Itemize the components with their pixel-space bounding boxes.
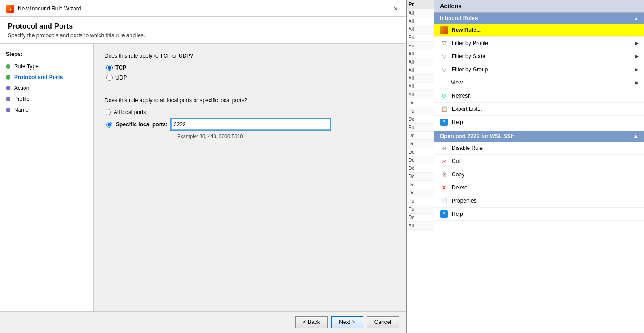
selected-rule-chevron: ▲ — [633, 133, 639, 139]
table-row: All — [407, 66, 434, 75]
wizard-dialog: 🔥 New Inbound Rule Wizard × Protocol and… — [0, 0, 407, 333]
rule-actions-list: ⊖ Disable Rule ✂ Cut ⎘ Copy ✕ Delete — [434, 142, 644, 221]
help-top-icon: ? — [440, 118, 448, 126]
wizard-title-text: New Inbound Rule Wizard — [18, 5, 81, 12]
cut-action[interactable]: ✂ Cut — [434, 155, 644, 168]
table-row: Pu — [407, 205, 434, 214]
table-row: Do — [407, 214, 434, 222]
table-row: All — [407, 91, 434, 99]
inbound-rules-section-header[interactable]: Inbound Rules ▲ — [434, 13, 644, 24]
port-number-input[interactable] — [171, 119, 330, 130]
step-label-protocol: Protocol and Ports — [14, 74, 63, 80]
wizard-titlebar: 🔥 New Inbound Rule Wizard × — [0, 0, 406, 17]
table-row: Pu — [407, 124, 434, 132]
table-row: All — [407, 83, 434, 91]
export-icon: 📋 — [440, 105, 448, 113]
actions-panel-title: Actions — [434, 0, 644, 13]
selected-rule-label: Open port 2222 for WSL SSH — [440, 133, 514, 139]
specific-ports-radio[interactable] — [106, 122, 112, 128]
table-row: Do — [407, 156, 434, 164]
tcp-radio-item: TCP — [106, 65, 395, 71]
filter-state-label: Filter by State — [452, 53, 632, 60]
udp-radio[interactable] — [106, 75, 113, 81]
step-dot-rule-type — [6, 64, 10, 69]
question2-label: Does this rule apply to all local ports … — [105, 97, 395, 104]
help-bottom-action[interactable]: ? Help — [434, 208, 644, 221]
disable-rule-label: Disable Rule — [452, 145, 639, 151]
step-action: Action — [0, 83, 93, 94]
udp-radio-item: UDP — [106, 75, 395, 81]
inbound-rules-actions-list: New Rule... ▽ Filter by Profile ▽ Filter… — [434, 24, 644, 129]
step-dot-action — [6, 86, 10, 90]
delete-action[interactable]: ✕ Delete — [434, 181, 644, 194]
filter-profile-label: Filter by Profile — [452, 40, 632, 46]
step-label-name: Name — [14, 107, 29, 113]
new-rule-action[interactable]: New Rule... — [434, 24, 644, 37]
step-rule-type: Rule Type — [0, 61, 93, 72]
all-ports-radio-item: All local ports — [105, 109, 395, 115]
step-dot-protocol — [6, 75, 10, 80]
refresh-label: Refresh — [452, 93, 639, 99]
table-row: Pu — [407, 197, 434, 205]
view-action[interactable]: View — [434, 76, 644, 89]
table-header: Pr — [407, 0, 434, 9]
copy-action[interactable]: ⎘ Copy — [434, 168, 644, 181]
titlebar-left: 🔥 New Inbound Rule Wizard — [6, 5, 81, 13]
table-row: All — [407, 75, 434, 83]
filter-profile-icon: ▽ — [440, 39, 448, 47]
page-description: Specify the protocols and ports to which… — [8, 32, 399, 39]
view-label: View — [451, 80, 632, 86]
step-name: Name — [0, 104, 93, 115]
filter-group-action[interactable]: ▽ Filter by Group — [434, 63, 644, 76]
tcp-radio[interactable] — [106, 65, 113, 71]
table-row: All — [407, 222, 434, 230]
filter-profile-action[interactable]: ▽ Filter by Profile — [434, 37, 644, 50]
table-row: Pu — [407, 34, 434, 42]
close-button[interactable]: × — [391, 4, 401, 14]
all-ports-radio[interactable] — [105, 109, 111, 115]
view-icon — [440, 79, 447, 87]
wizard-content-area: Does this rule apply to TCP or UDP? TCP … — [94, 44, 406, 311]
export-list-action[interactable]: 📋 Export List... — [434, 103, 644, 116]
delete-icon: ✕ — [440, 184, 448, 192]
inbound-rules-label: Inbound Rules — [440, 15, 478, 21]
specific-ports-label: Specific local ports: — [116, 121, 168, 128]
table-row: Do — [407, 173, 434, 181]
help-bottom-icon: ? — [440, 210, 448, 218]
filter-state-icon: ▽ — [440, 52, 448, 60]
step-protocol-ports: Protocol and Ports — [0, 72, 93, 83]
ports-section: All local ports Specific local ports: Ex… — [105, 109, 395, 139]
cancel-button[interactable]: Cancel — [367, 316, 399, 328]
wizard-steps-panel: Steps: Rule Type Protocol and Ports Acti… — [0, 44, 94, 311]
step-label-action: Action — [14, 85, 29, 91]
back-button[interactable]: < Back — [295, 316, 328, 328]
disable-rule-icon: ⊖ — [440, 144, 448, 152]
disable-rule-action[interactable]: ⊖ Disable Rule — [434, 142, 644, 155]
copy-icon: ⎘ — [440, 170, 448, 179]
tcp-label: TCP — [115, 65, 126, 71]
table-row: All — [407, 9, 434, 17]
next-button[interactable]: Next > — [331, 316, 363, 328]
table-row: Do — [407, 99, 434, 107]
copy-label: Copy — [452, 171, 639, 178]
selected-rule-header[interactable]: Open port 2222 for WSL SSH ▲ — [434, 131, 644, 142]
step-dot-name — [6, 108, 10, 112]
table-row: Do — [407, 140, 434, 148]
filter-state-action[interactable]: ▽ Filter by State — [434, 50, 644, 63]
refresh-action[interactable]: ↺ Refresh — [434, 89, 644, 103]
help-top-label: Help — [452, 119, 639, 125]
table-row: Do — [407, 132, 434, 140]
wizard-header: Protocol and Ports Specify the protocols… — [0, 17, 406, 44]
properties-action[interactable]: 📄 Properties — [434, 194, 644, 208]
step-label-rule-type: Rule Type — [14, 63, 39, 70]
filter-group-icon: ▽ — [440, 65, 448, 74]
new-rule-icon — [440, 26, 448, 34]
udp-label: UDP — [115, 75, 127, 81]
right-section: Pr AllAllAllPuPuAllAllAllAllAllAllDoPuDo… — [407, 0, 644, 333]
cut-icon: ✂ — [440, 157, 448, 165]
table-row: Do — [407, 164, 434, 173]
bg-rows-list: AllAllAllPuPuAllAllAllAllAllAllDoPuDoPuD… — [407, 9, 434, 230]
step-profile: Profile — [0, 94, 93, 104]
help-top-action[interactable]: ? Help — [434, 116, 644, 129]
export-list-label: Export List... — [452, 106, 639, 112]
